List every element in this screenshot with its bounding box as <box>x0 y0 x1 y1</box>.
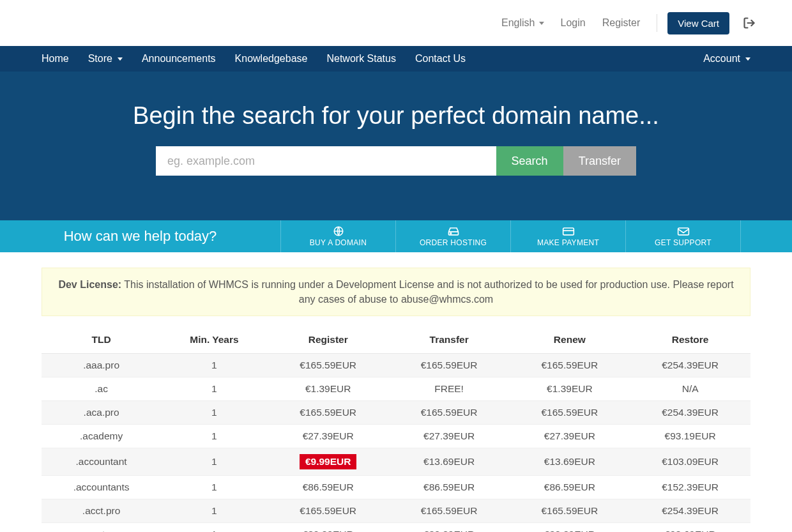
td-register: €165.59EUR <box>268 401 389 425</box>
td-tld: .acct.pro <box>42 499 161 523</box>
td-register: €86.59EUR <box>268 476 389 499</box>
nav-store[interactable]: Store <box>79 47 132 71</box>
td-transfer: FREE! <box>389 377 510 401</box>
td-years: 1 <box>161 354 267 377</box>
td-register: €165.59EUR <box>268 499 389 523</box>
td-years: 1 <box>161 377 267 401</box>
th-transfer: Transfer <box>389 328 510 354</box>
td-restore: €254.39EUR <box>630 401 750 425</box>
nav-home[interactable]: Home <box>32 47 79 71</box>
alert-text: This installation of WHMCS is running un… <box>121 279 733 305</box>
table-row: .ac1€1.39EURFREE!€1.39EURN/A <box>42 377 750 401</box>
main-nav: Home Store Announcements Knowledgebase N… <box>0 46 792 72</box>
td-renew: €1.39EUR <box>509 377 630 401</box>
nav-knowledgebase[interactable]: Knowledgebase <box>225 47 317 71</box>
envelope-icon <box>677 225 690 237</box>
table-row: .actor1€32.89EUR€32.89EUR€32.89EUR€98.69… <box>42 523 750 532</box>
help-order-hosting-label: ORDER HOSTING <box>420 238 487 247</box>
help-make-payment-label: MAKE PAYMENT <box>537 238 599 247</box>
nav-account-label: Account <box>703 53 740 65</box>
td-register: €165.59EUR <box>268 354 389 377</box>
td-years: 1 <box>161 476 267 499</box>
help-buy-domain[interactable]: BUY A DOMAIN <box>281 220 396 252</box>
caret-down-icon <box>118 57 123 61</box>
help-question: How can we help today? <box>0 220 281 252</box>
td-years: 1 <box>161 401 267 425</box>
table-row: .academy1€27.39EUR€27.39EUR€27.39EUR€93.… <box>42 425 750 448</box>
td-renew: €165.59EUR <box>509 499 630 523</box>
nav-contact-us[interactable]: Contact Us <box>406 47 475 71</box>
td-transfer: €165.59EUR <box>389 354 510 377</box>
table-row: .accountant1€9.99EUR€13.69EUR€13.69EUR€1… <box>42 448 750 476</box>
td-transfer: €165.59EUR <box>389 401 510 425</box>
server-icon <box>447 225 460 237</box>
td-years: 1 <box>161 425 267 448</box>
help-buy-domain-label: BUY A DOMAIN <box>310 238 367 247</box>
nav-right: Account <box>694 47 760 71</box>
td-renew: €165.59EUR <box>509 401 630 425</box>
td-restore: €93.19EUR <box>630 425 750 448</box>
td-transfer: €32.89EUR <box>389 523 510 532</box>
help-get-support[interactable]: GET SUPPORT <box>626 220 741 252</box>
help-row: How can we help today? BUY A DOMAIN ORDE… <box>0 220 792 252</box>
help-get-support-label: GET SUPPORT <box>655 238 712 247</box>
th-tld: TLD <box>42 328 161 354</box>
caret-down-icon <box>539 22 544 25</box>
td-tld: .aca.pro <box>42 401 161 425</box>
sign-out-icon[interactable] <box>733 17 760 29</box>
td-transfer: €13.69EUR <box>389 448 510 476</box>
td-register: €1.39EUR <box>268 377 389 401</box>
td-renew: €165.59EUR <box>509 354 630 377</box>
table-row: .accountants1€86.59EUR€86.59EUR€86.59EUR… <box>42 476 750 499</box>
table-row: .aaa.pro1€165.59EUR€165.59EUR€165.59EUR€… <box>42 354 750 377</box>
td-years: 1 <box>161 523 267 532</box>
nav-left: Home Store Announcements Knowledgebase N… <box>32 47 475 71</box>
pricing-table: TLD Min. Years Register Transfer Renew R… <box>42 328 750 532</box>
main-container: Dev License: This installation of WHMCS … <box>32 268 760 532</box>
globe-icon <box>333 225 344 237</box>
register-link[interactable]: Register <box>596 12 647 34</box>
td-transfer: €86.59EUR <box>389 476 510 499</box>
transfer-button[interactable]: Transfer <box>563 146 636 176</box>
td-tld: .accountant <box>42 448 161 476</box>
language-label: English <box>501 17 535 29</box>
login-link[interactable]: Login <box>554 12 592 34</box>
help-order-hosting[interactable]: ORDER HOSTING <box>396 220 511 252</box>
search-button[interactable]: Search <box>496 146 563 176</box>
td-register: €9.99EUR <box>268 448 389 476</box>
view-cart-button[interactable]: View Cart <box>667 12 729 34</box>
td-renew: €27.39EUR <box>509 425 630 448</box>
caret-down-icon <box>745 57 750 61</box>
td-renew: €86.59EUR <box>509 476 630 499</box>
nav-network-status[interactable]: Network Status <box>317 47 405 71</box>
td-restore: N/A <box>630 377 750 401</box>
td-tld: .aaa.pro <box>42 354 161 377</box>
svg-rect-5 <box>563 228 574 235</box>
svg-rect-7 <box>678 228 689 235</box>
dev-license-alert: Dev License: This installation of WHMCS … <box>42 268 750 316</box>
price-highlight-badge: €9.99EUR <box>300 454 357 469</box>
domain-search-row: Search Transfer <box>156 146 636 176</box>
td-restore: €254.39EUR <box>630 499 750 523</box>
domain-search-input[interactable] <box>156 146 496 176</box>
table-row: .acct.pro1€165.59EUR€165.59EUR€165.59EUR… <box>42 499 750 523</box>
td-restore: €254.39EUR <box>630 354 750 377</box>
th-min-years: Min. Years <box>161 328 267 354</box>
help-make-payment[interactable]: MAKE PAYMENT <box>511 220 626 252</box>
td-renew: €13.69EUR <box>509 448 630 476</box>
svg-point-4 <box>450 233 452 234</box>
nav-announcements[interactable]: Announcements <box>132 47 225 71</box>
th-restore: Restore <box>630 328 750 354</box>
td-transfer: €27.39EUR <box>389 425 510 448</box>
nav-account[interactable]: Account <box>694 47 760 71</box>
td-tld: .academy <box>42 425 161 448</box>
hero: Begin the search for your perfect domain… <box>0 72 792 220</box>
table-row: .aca.pro1€165.59EUR€165.59EUR€165.59EUR€… <box>42 401 750 425</box>
td-restore: €103.09EUR <box>630 448 750 476</box>
td-restore: €98.69EUR <box>630 523 750 532</box>
credit-card-icon <box>562 225 575 237</box>
nav-store-label: Store <box>88 53 112 65</box>
top-bar: English Login Register View Cart <box>0 0 792 46</box>
language-selector[interactable]: English <box>495 12 550 34</box>
divider <box>657 14 657 32</box>
